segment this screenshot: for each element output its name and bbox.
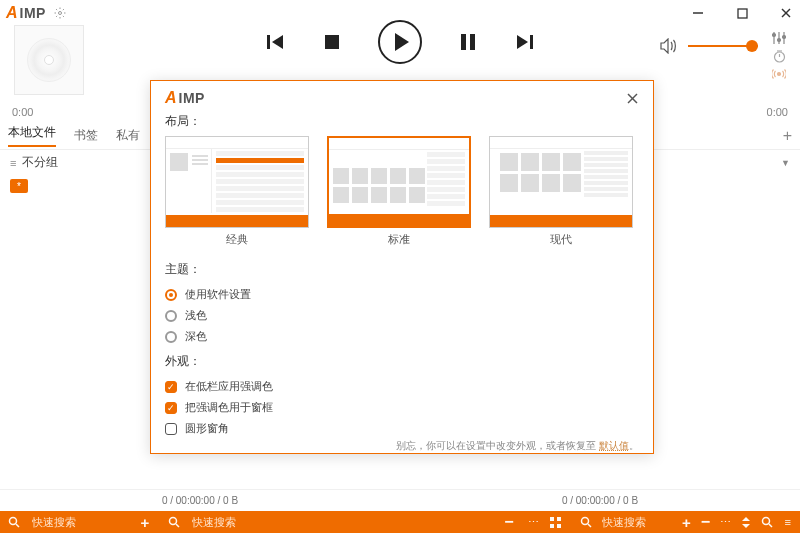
svg-point-17 — [778, 39, 781, 42]
status-bar: 0 / 00:00:00 / 0 B 0 / 00:00:00 / 0 B — [0, 489, 800, 511]
svg-marker-33 — [742, 517, 750, 521]
grid-icon[interactable] — [550, 517, 564, 528]
window-controls — [690, 5, 794, 21]
chevron-down-icon: ▼ — [781, 158, 790, 168]
transport-controls — [266, 20, 534, 64]
section-layout-label: 布局： — [165, 113, 639, 130]
search-icon[interactable] — [168, 516, 182, 528]
logo-text: IMP — [20, 5, 46, 21]
equalizer-icon[interactable] — [772, 32, 786, 44]
svg-marker-10 — [517, 35, 528, 49]
appearance-rounded[interactable]: 圆形窗角 — [165, 421, 639, 436]
svg-rect-11 — [530, 35, 533, 49]
dialog-close-button[interactable] — [626, 92, 639, 105]
svg-rect-2 — [738, 9, 747, 18]
maximize-button[interactable] — [734, 5, 750, 21]
play-icon — [395, 33, 409, 51]
minimize-button[interactable] — [690, 5, 706, 21]
settings-icon[interactable] — [54, 7, 66, 19]
layout-standard[interactable]: 标准 — [327, 136, 471, 247]
svg-rect-27 — [550, 517, 554, 521]
volume-icon[interactable] — [660, 38, 678, 54]
quick-search-input-3[interactable] — [602, 516, 662, 528]
previous-button[interactable] — [266, 32, 286, 52]
time-elapsed: 0:00 — [12, 106, 33, 118]
volume-thumb[interactable] — [746, 40, 758, 52]
svg-point-18 — [783, 36, 786, 39]
layout-dialog: A IMP 布局： 经典 标准 — [150, 80, 654, 454]
tab-bookmarks[interactable]: 书签 — [74, 127, 98, 144]
quick-search-input-1[interactable] — [32, 516, 92, 528]
svg-marker-6 — [272, 35, 283, 49]
checkbox-icon: ✓ — [165, 402, 177, 414]
svg-rect-30 — [557, 524, 561, 528]
side-controls — [772, 26, 786, 79]
more-icon[interactable]: ⋯ — [526, 516, 540, 529]
appearance-accent-bottom[interactable]: ✓在低栏应用强调色 — [165, 379, 639, 394]
album-art[interactable] — [14, 25, 84, 95]
search-icon-2[interactable] — [761, 516, 773, 528]
layout-options: 经典 标准 现代 — [165, 136, 639, 247]
svg-line-36 — [769, 524, 772, 527]
tab-local-files[interactable]: 本地文件 — [8, 124, 56, 147]
sort-icon[interactable] — [741, 517, 751, 528]
add-icon[interactable]: + — [682, 514, 691, 531]
checkbox-icon: ✓ — [165, 381, 177, 393]
logo-letter-a: A — [6, 4, 18, 22]
theme-option-dark[interactable]: 深色 — [165, 329, 639, 344]
radio-icon — [165, 331, 177, 343]
bottom-left-segment: + — [0, 514, 160, 531]
tab-private[interactable]: 私有 — [116, 127, 140, 144]
next-button[interactable] — [514, 32, 534, 52]
theme-option-software[interactable]: 使用软件设置 — [165, 287, 639, 302]
svg-point-23 — [10, 518, 17, 525]
volume-slider[interactable] — [688, 45, 758, 47]
minus-icon[interactable]: − — [701, 513, 710, 531]
search-icon[interactable] — [580, 516, 592, 528]
pause-button[interactable] — [458, 32, 478, 52]
svg-rect-28 — [557, 517, 561, 521]
timer-icon[interactable] — [773, 50, 786, 63]
restore-default-link[interactable]: 默认值 — [599, 440, 629, 451]
svg-line-26 — [176, 524, 179, 527]
svg-rect-7 — [325, 35, 339, 49]
close-button[interactable] — [778, 5, 794, 21]
radio-icon — [165, 310, 177, 322]
menu-icon[interactable]: ≡ — [783, 516, 792, 528]
theme-option-light[interactable]: 浅色 — [165, 308, 639, 323]
appearance-accent-frame[interactable]: ✓把强调色用于窗框 — [165, 400, 639, 415]
layout-modern[interactable]: 现代 — [489, 136, 633, 247]
layout-standard-label: 标准 — [388, 232, 410, 247]
play-button[interactable] — [378, 20, 422, 64]
stop-button[interactable] — [322, 32, 342, 52]
layout-modern-label: 现代 — [550, 232, 572, 247]
playlist-badge[interactable]: * — [10, 179, 28, 193]
broadcast-icon[interactable] — [772, 69, 786, 79]
section-appearance-label: 外观： — [165, 353, 639, 370]
dialog-footer: 别忘，你可以在设置中改变外观，或者恢复至 默认值。 — [165, 439, 639, 453]
section-theme-label: 主题： — [165, 261, 639, 278]
bottom-right-segment: + − ⋯ ≡ — [572, 513, 800, 531]
time-remaining: 0:00 — [767, 106, 788, 118]
layout-classic-label: 经典 — [226, 232, 248, 247]
status-left: 0 / 00:00:00 / 0 B — [0, 495, 400, 506]
disc-icon — [27, 38, 71, 82]
svg-point-22 — [778, 73, 781, 76]
group-label: 不分组 — [22, 154, 58, 171]
svg-rect-9 — [470, 34, 475, 50]
search-icon[interactable] — [8, 516, 22, 528]
minus-icon[interactable]: − — [502, 513, 516, 531]
layout-classic[interactable]: 经典 — [165, 136, 309, 247]
dialog-logo: A IMP — [165, 89, 205, 107]
status-right: 0 / 00:00:00 / 0 B — [400, 495, 800, 506]
bottom-toolbar: + − ⋯ + − ⋯ ≡ — [0, 511, 800, 533]
svg-point-16 — [773, 34, 776, 37]
quick-search-input-2[interactable] — [192, 516, 252, 528]
add-icon[interactable]: + — [138, 514, 152, 531]
svg-marker-12 — [661, 39, 668, 53]
add-tab-button[interactable]: + — [783, 127, 792, 145]
more-icon[interactable]: ⋯ — [720, 516, 731, 529]
radio-icon — [165, 289, 177, 301]
svg-line-32 — [588, 524, 591, 527]
svg-point-31 — [582, 518, 589, 525]
